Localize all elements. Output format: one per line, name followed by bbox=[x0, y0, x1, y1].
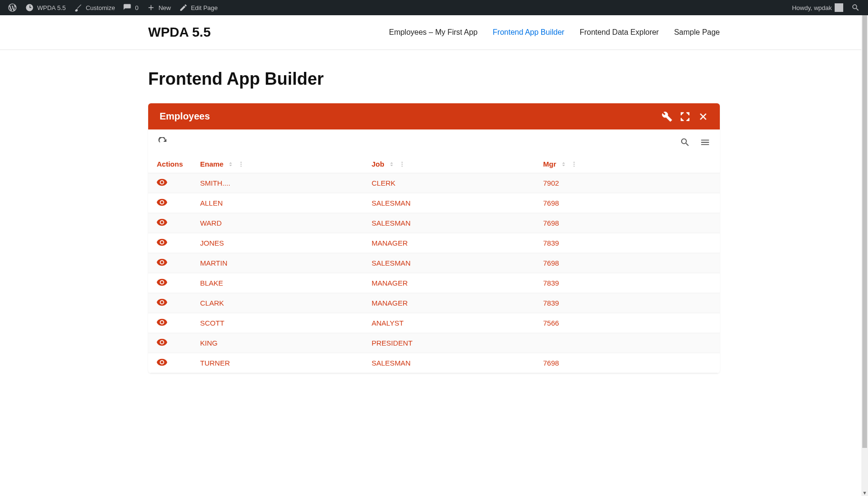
cell-job: MANAGER bbox=[363, 293, 535, 313]
cell-mgr bbox=[535, 333, 720, 353]
svg-point-0 bbox=[241, 161, 242, 162]
nav-sample-page[interactable]: Sample Page bbox=[674, 28, 720, 37]
cell-ename: MARTIN bbox=[192, 253, 363, 273]
table-row[interactable]: SMITH.... CLERK 7902 bbox=[148, 173, 720, 193]
search-button[interactable] bbox=[679, 136, 691, 149]
search-icon bbox=[851, 3, 860, 12]
cell-ename: JONES bbox=[192, 233, 363, 253]
cell-job: CLERK bbox=[363, 173, 535, 193]
tools-icon[interactable] bbox=[662, 111, 672, 122]
table-row[interactable]: SCOTT ANALYST 7566 bbox=[148, 313, 720, 333]
cell-job: PRESIDENT bbox=[363, 333, 535, 353]
cell-job: SALESMAN bbox=[363, 253, 535, 273]
cell-job: MANAGER bbox=[363, 233, 535, 253]
panel-title: Employees bbox=[160, 111, 210, 122]
svg-point-5 bbox=[402, 165, 403, 166]
nav-frontend-data-explorer[interactable]: Frontend Data Explorer bbox=[580, 28, 659, 37]
sort-icon[interactable] bbox=[560, 161, 567, 168]
view-icon[interactable] bbox=[157, 198, 167, 206]
sort-icon[interactable] bbox=[388, 161, 395, 168]
table-row[interactable]: TURNER SALESMAN 7698 bbox=[148, 353, 720, 373]
menu-button[interactable] bbox=[699, 136, 711, 149]
plus-icon bbox=[146, 3, 156, 12]
svg-point-8 bbox=[573, 165, 574, 166]
table-row[interactable]: BLAKE MANAGER 7839 bbox=[148, 273, 720, 293]
table-row[interactable]: ALLEN SALESMAN 7698 bbox=[148, 193, 720, 213]
svg-point-1 bbox=[241, 163, 242, 164]
cell-mgr: 7566 bbox=[535, 313, 720, 333]
table-row[interactable]: CLARK MANAGER 7839 bbox=[148, 293, 720, 313]
employees-panel: Employees bbox=[148, 103, 720, 373]
scrollbar-thumb[interactable] bbox=[862, 15, 867, 383]
view-icon[interactable] bbox=[157, 338, 167, 346]
cell-mgr: 7698 bbox=[535, 253, 720, 273]
col-header-actions: Actions bbox=[148, 155, 192, 173]
svg-point-3 bbox=[402, 161, 403, 162]
panel-toolbar bbox=[148, 129, 720, 155]
table-row[interactable]: WARD SALESMAN 7698 bbox=[148, 213, 720, 233]
col-header-ename[interactable]: Ename bbox=[192, 155, 363, 173]
site-title[interactable]: WPDA 5.5 bbox=[148, 25, 211, 40]
admin-site-name: WPDA 5.5 bbox=[37, 4, 66, 11]
edit-page-menu[interactable]: Edit Page bbox=[175, 0, 222, 15]
wp-admin-bar: WPDA 5.5 Customize 0 New Edit Page bbox=[0, 0, 868, 15]
nav-frontend-app-builder[interactable]: Frontend App Builder bbox=[493, 28, 564, 37]
wp-logo-menu[interactable] bbox=[4, 0, 21, 15]
table-row[interactable]: JONES MANAGER 7839 bbox=[148, 233, 720, 253]
cell-mgr: 7698 bbox=[535, 213, 720, 233]
cell-ename: SMITH.... bbox=[192, 173, 363, 193]
close-icon[interactable] bbox=[698, 111, 708, 122]
admin-search[interactable] bbox=[847, 0, 864, 15]
comments-count: 0 bbox=[135, 4, 138, 11]
cell-job: MANAGER bbox=[363, 273, 535, 293]
new-label: New bbox=[159, 4, 171, 11]
cell-ename: TURNER bbox=[192, 353, 363, 373]
view-icon[interactable] bbox=[157, 238, 167, 246]
view-icon[interactable] bbox=[157, 179, 167, 186]
view-icon[interactable] bbox=[157, 218, 167, 226]
view-icon[interactable] bbox=[157, 278, 167, 286]
more-icon[interactable] bbox=[238, 161, 244, 168]
main-nav: Employees – My First App Frontend App Bu… bbox=[389, 28, 720, 37]
new-content-menu[interactable]: New bbox=[142, 0, 175, 15]
sort-icon[interactable] bbox=[227, 161, 234, 168]
wordpress-icon bbox=[8, 3, 17, 12]
cell-mgr: 7698 bbox=[535, 193, 720, 213]
cell-ename: ALLEN bbox=[192, 193, 363, 213]
col-header-job[interactable]: Job bbox=[363, 155, 535, 173]
more-icon[interactable] bbox=[399, 161, 405, 168]
cell-job: SALESMAN bbox=[363, 353, 535, 373]
view-icon[interactable] bbox=[157, 258, 167, 266]
panel-header: Employees bbox=[148, 103, 720, 129]
cell-mgr: 7839 bbox=[535, 273, 720, 293]
svg-point-4 bbox=[402, 163, 403, 164]
view-icon[interactable] bbox=[157, 318, 167, 326]
cell-mgr: 7698 bbox=[535, 353, 720, 373]
employees-table: Actions Ename Job bbox=[148, 155, 720, 373]
nav-employees[interactable]: Employees – My First App bbox=[389, 28, 477, 37]
customize-menu[interactable]: Customize bbox=[70, 0, 119, 15]
svg-point-7 bbox=[573, 163, 574, 164]
avatar bbox=[835, 3, 843, 12]
howdy-text: Howdy, wpdak bbox=[792, 4, 832, 11]
view-icon[interactable] bbox=[157, 358, 167, 366]
page-title: Frontend App Builder bbox=[148, 69, 720, 89]
view-icon[interactable] bbox=[157, 298, 167, 306]
user-menu[interactable]: Howdy, wpdak bbox=[788, 0, 847, 15]
page-content: Frontend App Builder Employees bbox=[148, 50, 720, 383]
site-name-menu[interactable]: WPDA 5.5 bbox=[21, 0, 70, 15]
more-icon[interactable] bbox=[571, 161, 577, 168]
dashboard-icon bbox=[25, 3, 34, 12]
refresh-button[interactable] bbox=[157, 136, 169, 149]
table-row[interactable]: KING PRESIDENT bbox=[148, 333, 720, 353]
vertical-scrollbar[interactable]: ▲ ▼ bbox=[861, 15, 868, 383]
fullscreen-icon[interactable] bbox=[680, 111, 690, 122]
cell-job: SALESMAN bbox=[363, 213, 535, 233]
brush-icon bbox=[73, 3, 83, 12]
cell-ename: WARD bbox=[192, 213, 363, 233]
cell-mgr: 7902 bbox=[535, 173, 720, 193]
col-header-mgr[interactable]: Mgr bbox=[535, 155, 720, 173]
svg-point-6 bbox=[573, 161, 574, 162]
comments-menu[interactable]: 0 bbox=[119, 0, 142, 15]
table-row[interactable]: MARTIN SALESMAN 7698 bbox=[148, 253, 720, 273]
